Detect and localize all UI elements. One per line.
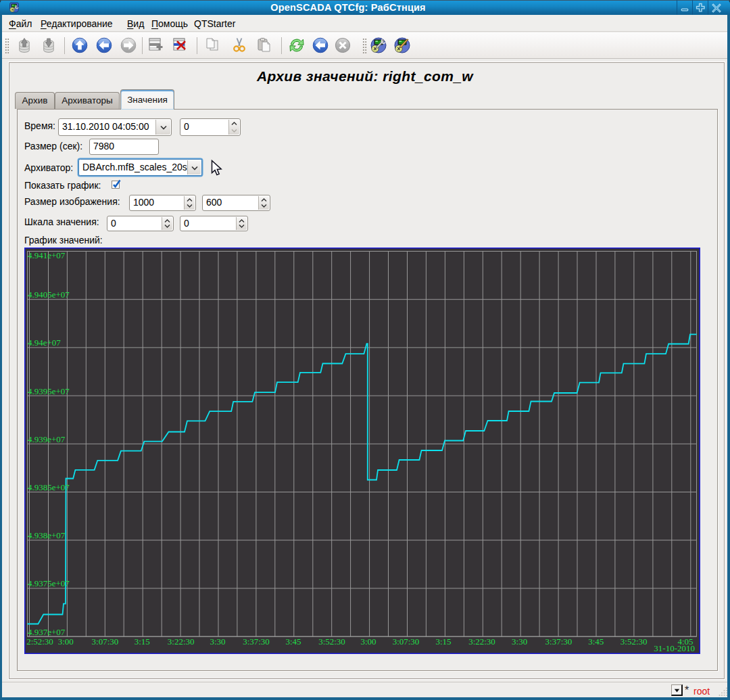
svg-text:4.9405e+07: 4.9405e+07 <box>28 289 70 300</box>
svg-text:3:07:30: 3:07:30 <box>393 636 420 647</box>
svg-text:3:30: 3:30 <box>210 636 225 647</box>
svg-text:4.9375e+07: 4.9375e+07 <box>28 578 70 588</box>
svg-text:31-10-2010: 31-10-2010 <box>654 643 695 653</box>
svg-text:4.938e+07: 4.938e+07 <box>28 530 66 540</box>
svg-text:3:45: 3:45 <box>588 636 604 647</box>
svg-text:3:52:30: 3:52:30 <box>620 636 648 647</box>
svg-text:4.939e+07: 4.939e+07 <box>28 434 66 444</box>
svg-text:3:15: 3:15 <box>135 636 150 647</box>
svg-text:4.937e+07: 4.937e+07 <box>28 627 66 637</box>
svg-text:4.9385e+07: 4.9385e+07 <box>28 482 70 492</box>
svg-text:3:00: 3:00 <box>58 636 74 647</box>
svg-text:4.941e+07: 4.941e+07 <box>28 250 66 260</box>
svg-text:3:45: 3:45 <box>285 636 301 647</box>
svg-text:3:00: 3:00 <box>360 636 376 647</box>
svg-text:3:15: 3:15 <box>435 636 451 647</box>
svg-text:3:37:30: 3:37:30 <box>545 636 573 647</box>
svg-text:3:52:30: 3:52:30 <box>318 636 345 647</box>
svg-text:3:30: 3:30 <box>512 636 527 647</box>
svg-text:3:37:30: 3:37:30 <box>243 636 270 647</box>
svg-text:4.94e+07: 4.94e+07 <box>28 337 61 348</box>
svg-text:4.9395e+07: 4.9395e+07 <box>28 386 70 396</box>
svg-text:3:22:30: 3:22:30 <box>468 636 495 647</box>
svg-text:3:07:30: 3:07:30 <box>92 636 119 647</box>
svg-text:2:52:30: 2:52:30 <box>26 636 53 647</box>
svg-text:3:22:30: 3:22:30 <box>168 636 195 647</box>
